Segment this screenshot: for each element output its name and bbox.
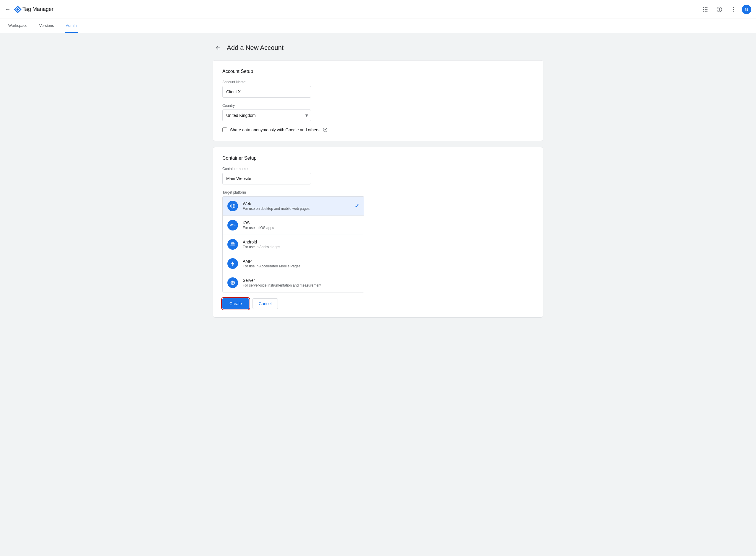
user-avatar[interactable]: G	[742, 5, 751, 14]
svg-rect-7	[704, 11, 705, 11]
gtm-logo	[13, 5, 23, 14]
amp-platform-desc: For use in Accelerated Mobile Pages	[243, 264, 359, 268]
apps-icon-btn[interactable]	[699, 4, 711, 15]
android-platform-name: Android	[243, 240, 359, 244]
ios-platform-name: iOS	[243, 220, 359, 225]
page-header: Add a New Account	[212, 42, 544, 53]
svg-point-19	[232, 243, 232, 244]
svg-point-13	[733, 11, 734, 11]
country-select-wrapper: United Kingdom United States Germany Fra…	[222, 109, 311, 121]
back-arrow-icon	[215, 45, 221, 51]
svg-point-12	[733, 9, 734, 10]
svg-rect-8	[706, 11, 707, 11]
country-select[interactable]: United Kingdom United States Germany Fra…	[222, 109, 311, 121]
share-data-row: Share data anonymously with Google and o…	[222, 127, 534, 133]
svg-point-20	[234, 243, 234, 244]
nav-right-actions: ? G	[699, 4, 751, 15]
platform-item-ios[interactable]: iOS iOS For use in iOS apps	[223, 216, 364, 235]
share-data-checkbox[interactable]	[222, 128, 227, 132]
cancel-button[interactable]: Cancel	[253, 299, 278, 309]
account-name-label: Account Name	[222, 80, 534, 84]
android-platform-icon	[227, 239, 238, 250]
container-name-input[interactable]	[222, 173, 311, 184]
container-setup-card: Container Setup Container name Target pl…	[212, 147, 544, 317]
create-button[interactable]: Create	[222, 299, 249, 309]
apps-icon	[702, 6, 708, 12]
server-platform-icon	[227, 277, 238, 288]
svg-rect-1	[704, 7, 705, 8]
account-name-group: Account Name	[222, 80, 534, 98]
top-navigation: ← Tag Manager ? G	[0, 0, 756, 19]
amp-platform-name: AMP	[243, 259, 359, 264]
svg-rect-5	[706, 9, 707, 10]
container-name-group: Container name	[222, 167, 534, 184]
server-platform-desc: For server-side instrumentation and meas…	[243, 283, 359, 287]
target-platform-group: Target platform Web For use on desktop a…	[222, 190, 534, 292]
svg-rect-4	[704, 9, 705, 10]
platform-list: Web For use on desktop and mobile web pa…	[222, 196, 364, 292]
web-platform-name: Web	[243, 201, 350, 206]
more-icon-btn[interactable]	[728, 4, 739, 15]
amp-platform-icon	[227, 258, 238, 269]
country-label: Country	[222, 104, 534, 108]
page-back-button[interactable]	[212, 42, 223, 53]
svg-marker-24	[231, 261, 234, 266]
main-content: Add a New Account Account Setup Account …	[201, 33, 555, 333]
container-name-label: Container name	[222, 167, 534, 171]
tab-admin[interactable]: Admin	[65, 19, 78, 33]
ios-platform-icon: iOS	[227, 220, 238, 231]
help-icon-btn[interactable]: ?	[714, 4, 725, 15]
sub-navigation: Workspace Versions Admin	[0, 19, 756, 33]
page-title: Add a New Account	[227, 44, 284, 51]
svg-point-11	[733, 7, 734, 8]
android-platform-desc: For use in Android apps	[243, 245, 359, 249]
country-group: Country United Kingdom United States Ger…	[222, 104, 534, 121]
account-setup-card: Account Setup Account Name Country Unite…	[212, 60, 544, 141]
platform-item-web[interactable]: Web For use on desktop and mobile web pa…	[223, 197, 364, 216]
svg-text:?: ?	[324, 128, 326, 131]
svg-rect-21	[231, 244, 234, 246]
app-back-arrow[interactable]: ←	[5, 6, 11, 13]
web-platform-desc: For use on desktop and mobile web pages	[243, 207, 350, 211]
tab-workspace[interactable]: Workspace	[7, 19, 29, 33]
platform-item-android[interactable]: Android For use in Android apps	[223, 235, 364, 254]
svg-rect-0	[703, 7, 704, 8]
svg-rect-6	[703, 11, 704, 11]
container-setup-title: Container Setup	[222, 155, 534, 161]
web-platform-checkmark: ✓	[355, 203, 359, 209]
web-platform-icon	[227, 201, 238, 211]
account-name-input[interactable]	[222, 86, 311, 98]
target-platform-label: Target platform	[222, 190, 534, 195]
ios-platform-desc: For use in iOS apps	[243, 226, 359, 230]
platform-item-amp[interactable]: AMP For use in Accelerated Mobile Pages	[223, 254, 364, 273]
app-title: Tag Manager	[23, 6, 699, 12]
server-platform-name: Server	[243, 278, 359, 283]
tab-versions[interactable]: Versions	[38, 19, 55, 33]
share-data-help-icon[interactable]: ?	[323, 127, 328, 133]
svg-rect-2	[706, 7, 707, 8]
form-actions: Create Cancel	[222, 299, 534, 309]
share-data-label[interactable]: Share data anonymously with Google and o…	[230, 128, 320, 132]
svg-rect-3	[703, 9, 704, 10]
account-setup-title: Account Setup	[222, 69, 534, 74]
svg-text:?: ?	[718, 7, 720, 11]
help-icon: ?	[716, 6, 722, 12]
platform-item-server[interactable]: Server For server-side instrumentation a…	[223, 273, 364, 292]
more-vert-icon	[731, 6, 736, 12]
